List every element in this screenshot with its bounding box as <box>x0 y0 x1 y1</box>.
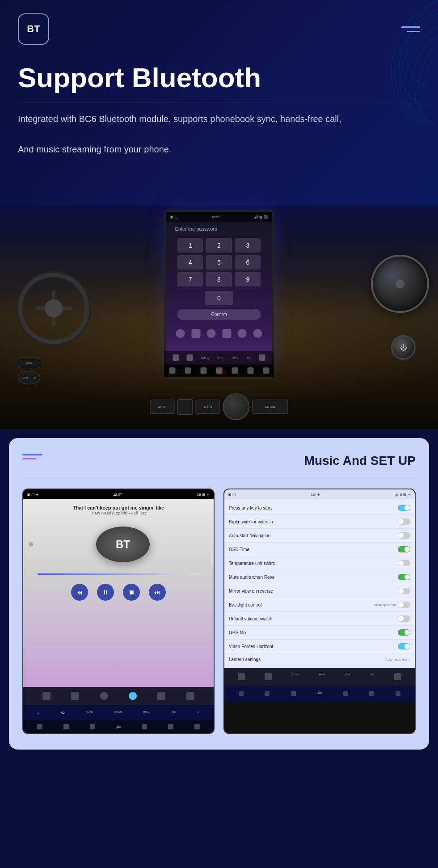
setting-gps-mix: GPS Mix <box>224 626 415 640</box>
setting-lantern[interactable]: Lantern settings Automatic loo › <box>224 653 415 666</box>
nav-menu[interactable] <box>259 354 265 361</box>
nav-icon-doc[interactable] <box>157 692 165 700</box>
music-section-title: Music And SET UP <box>304 454 416 468</box>
toggle-video-horizont[interactable] <box>398 643 410 649</box>
numpad-9[interactable]: 9 <box>235 272 261 287</box>
chevron-right-icon: › <box>409 657 410 662</box>
description-line-1: Integrated with BC6 Bluetooth module, su… <box>18 114 341 124</box>
numpad-6[interactable]: 6 <box>235 255 261 270</box>
progress-bar[interactable] <box>38 573 199 575</box>
toggle-temp-unit[interactable] <box>398 560 410 566</box>
music-setup-section: Music And SET UP ▣ ▢ ● 12:07 18 ▦ ← That… <box>9 438 429 750</box>
settings-content: ▣ ▢ 16:49 🔊 8 ▦ ← Press any key to start… <box>224 489 415 668</box>
toggle-auto-nav[interactable] <box>398 532 410 539</box>
numpad-0[interactable]: 0 <box>205 291 233 305</box>
track-subtitle: In My Head (Explicit) — Lil Tjay <box>29 511 208 515</box>
setting-osd-time: OSD Time <box>224 543 415 556</box>
nav-menu-btn[interactable]: ≡ <box>197 711 199 715</box>
numpad-8[interactable]: 8 <box>206 272 232 287</box>
settings-ctrl-1[interactable] <box>239 691 244 696</box>
app-icon-eq[interactable] <box>222 329 231 338</box>
bottom-ctrl-5[interactable] <box>168 724 173 729</box>
app-icon-screen[interactable] <box>191 329 200 338</box>
prev-album-dot <box>29 542 33 547</box>
confirm-button[interactable]: Confirm <box>177 309 261 320</box>
numpad-7[interactable]: 7 <box>177 272 203 287</box>
nav-icon-music[interactable] <box>129 692 137 700</box>
settings-ctrl-2[interactable] <box>265 691 270 696</box>
stop-button[interactable]: ⏹ <box>123 584 140 601</box>
lantern-extra: Automatic loo <box>385 657 407 662</box>
control-bar <box>164 364 274 367</box>
settings-nav-1[interactable] <box>238 673 245 680</box>
settings-ctrl-3[interactable] <box>291 691 296 696</box>
nav-auto: AUTO <box>201 356 209 359</box>
numpad-2[interactable]: 2 <box>206 238 232 253</box>
nav-dual: DUAL <box>232 356 239 359</box>
numpad-3[interactable]: 3 <box>235 238 261 253</box>
horn-center <box>45 299 63 317</box>
nav-icons-row <box>28 692 209 700</box>
fan-knob[interactable] <box>223 393 250 420</box>
settings-bottom-nav: AUTO REAR DUAL A/C <box>224 668 415 686</box>
numpad-4[interactable]: 4 <box>177 255 203 270</box>
numpad-1[interactable]: 1 <box>177 238 203 253</box>
settings-nav-2[interactable] <box>265 673 272 680</box>
bottom-ctrl-3[interactable] <box>90 724 95 729</box>
nav-icon-image[interactable] <box>71 692 79 700</box>
power-button-right[interactable]: ⏻ <box>391 335 416 360</box>
numpad-5[interactable]: 5 <box>206 255 232 270</box>
setting-label-6: Mirror view on reverse <box>229 589 398 594</box>
bottom-ctrl-1[interactable] <box>37 724 42 729</box>
bottom-ctrl-2[interactable] <box>63 724 69 729</box>
acc-button[interactable]: ACC <box>18 358 40 368</box>
app-icon-wifi[interactable] <box>176 329 185 338</box>
nav-home[interactable] <box>173 354 179 361</box>
nav-home-btn[interactable]: ⌂ <box>38 711 40 715</box>
backlight-extra: Small light con <box>373 603 396 607</box>
auto-btn-2[interactable]: AUTO <box>196 400 220 414</box>
toggle-gps-mix[interactable] <box>398 629 410 636</box>
bottom-ctrl-4[interactable] <box>142 724 147 729</box>
setting-video-horizont: Video Forced Horizont <box>224 640 415 653</box>
toggle-osd-time[interactable] <box>398 546 410 552</box>
temp-dial-left[interactable] <box>177 399 193 415</box>
settings-ctrl-4[interactable] <box>343 691 348 696</box>
nav-icon-grid[interactable] <box>42 692 51 700</box>
car-section: ACC START STOP ▣ ▢ 16:50 🔊 ▦ ⬛ Enter the… <box>0 206 438 429</box>
fast-forward-button[interactable]: ⏭ <box>149 584 166 601</box>
toggle-volume-switch[interactable] <box>398 615 410 622</box>
toggle-brake-wire[interactable] <box>398 518 410 525</box>
nav-icon-gear[interactable] <box>186 692 194 700</box>
rewind-button[interactable]: ⏮ <box>71 584 88 601</box>
hamburger-menu-button[interactable] <box>401 26 420 32</box>
start-stop-button[interactable]: START STOP <box>18 371 40 384</box>
hamburger-blue-icon[interactable] <box>22 454 42 459</box>
app-icon-user[interactable] <box>238 329 247 338</box>
music-status-bar: ▣ ▢ ● 12:07 18 ▦ ← <box>23 489 214 499</box>
settings-ctrl-5[interactable] <box>369 691 374 696</box>
play-pause-button[interactable]: ⏸ <box>97 584 114 601</box>
auto-btn[interactable]: AUTO <box>150 400 175 414</box>
bottom-hvac-controls: AUTO AUTO MEDIA <box>150 393 288 420</box>
bottom-ctrl-6[interactable] <box>194 724 200 729</box>
hamburger-line-1 <box>401 26 420 28</box>
settings-nav-3[interactable] <box>394 673 401 680</box>
app-icon-settings[interactable] <box>207 329 216 338</box>
nav-icon-clock[interactable] <box>100 692 108 700</box>
toggle-press-any-key[interactable] <box>398 505 410 511</box>
nav-power[interactable] <box>186 354 193 361</box>
app-icon-more[interactable] <box>253 329 262 338</box>
nav-power-btn[interactable]: ⏻ <box>61 711 64 715</box>
settings-list: Press any key to start Brake wire for vi… <box>224 499 415 668</box>
toggle-mute-reverse[interactable] <box>398 574 410 580</box>
settings-ctrl-6[interactable] <box>396 691 400 696</box>
android-screen: ▣ ▢ 16:50 🔊 ▦ ⬛ Enter the password 1 2 3… <box>164 210 274 367</box>
toggle-mirror-view[interactable] <box>398 588 410 594</box>
media-btn[interactable]: MEDIA <box>253 400 288 414</box>
knob-center <box>396 279 404 288</box>
music-section-header: Music And SET UP <box>22 454 416 468</box>
toggle-backlight[interactable] <box>398 602 410 608</box>
album-art: BT <box>96 527 150 562</box>
setting-label-9: GPS Mix <box>229 630 398 635</box>
